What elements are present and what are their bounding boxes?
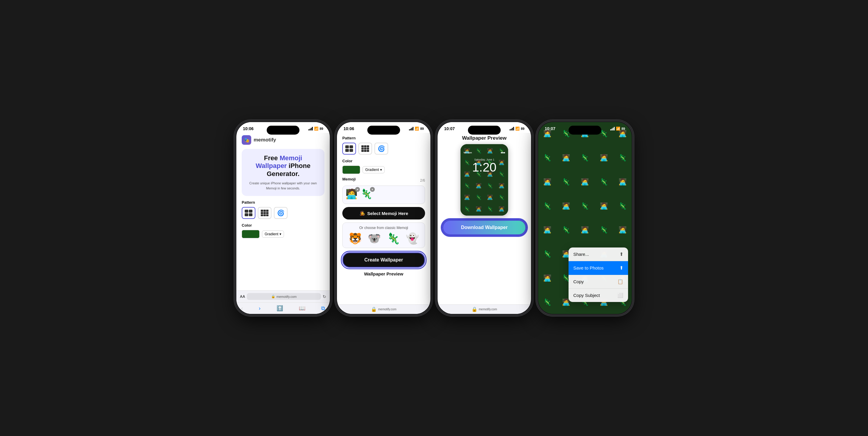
- phone3-content: Wallpaper Preview 🧑‍💻 🦎 🧑‍💻 🦎 🦎 🧑‍💻 🦎 🧑‍…: [438, 133, 531, 304]
- classic-emoji-tiger[interactable]: 🐯: [348, 232, 362, 245]
- copy-subject-icon: ⬜: [617, 292, 623, 298]
- color-label-2: Color: [342, 159, 425, 163]
- memoji-chip-2: 🦎 ×: [361, 188, 374, 201]
- wifi-icon-1: 📶: [314, 126, 318, 131]
- gradient-select-1[interactable]: Gradient ▾: [262, 231, 284, 238]
- status-time-2: 10:06: [343, 126, 354, 131]
- battery-icon-2: 89: [420, 127, 424, 130]
- status-time-4: 10:07: [545, 126, 555, 131]
- refresh-icon-1[interactable]: ↻: [323, 294, 326, 299]
- copy-label: Copy: [573, 279, 584, 284]
- dynamic-island-2: [367, 126, 400, 135]
- logo-text: memotify: [254, 137, 276, 143]
- pattern-options-1: 🌀: [242, 207, 324, 219]
- color-row-2: Gradient ▾: [342, 166, 425, 174]
- pattern-spiral-btn-2[interactable]: 🌀: [374, 143, 388, 154]
- color-swatch-2[interactable]: [342, 166, 360, 174]
- memotify-logo: 🎭 memotify: [242, 135, 324, 145]
- select-memoji-icon: 🧑‍🎤: [359, 210, 365, 216]
- hero-subtitle: Create unique iPhone wallpaper with your…: [246, 181, 320, 191]
- grid-2x2-icon-2: [345, 145, 353, 152]
- download-wallpaper-btn[interactable]: Download Wallpaper: [442, 220, 526, 235]
- phone-3: 10:07 📶 89 Wallpaper Preview: [437, 121, 532, 315]
- wifi-icon-2: 📶: [415, 126, 419, 131]
- classic-label: Or choose from classic Memoji: [346, 226, 422, 230]
- grid-3x3-icon-2: [361, 145, 369, 152]
- pattern-label-2: Pattern: [342, 136, 425, 140]
- context-menu: Share... ⬆ Save to Photos ⬆ Copy 📋 Copy …: [568, 248, 628, 302]
- signal-icon-4: [610, 127, 615, 130]
- chevron-down-icon-2: ▾: [380, 168, 382, 172]
- forward-btn-1[interactable]: ›: [259, 305, 260, 312]
- dynamic-island-3: [468, 126, 501, 135]
- lock-icon-1: 🔒: [271, 294, 275, 298]
- phones-container: 10:06 📶 89 🎭 memotify: [236, 121, 632, 315]
- phone-2: 10:06 📶 89 Pattern: [336, 121, 431, 315]
- select-memoji-btn[interactable]: 🧑‍🎤 Select Memoji Here: [342, 207, 425, 220]
- signal-icon-1: [308, 127, 313, 130]
- browser-bar-2: 🔒 memotify.com: [337, 304, 430, 314]
- spiral-icon-2: 🌀: [378, 145, 385, 152]
- pattern-spiral-btn-1[interactable]: 🌀: [274, 207, 287, 219]
- status-icons-1: 📶 89: [308, 126, 323, 131]
- context-menu-copy[interactable]: Copy 📋: [568, 275, 628, 289]
- preview-time: 1:20: [472, 161, 497, 174]
- memoji-counter-2: 2/6: [420, 178, 425, 182]
- remove-memoji-2-btn[interactable]: ×: [370, 187, 375, 192]
- create-wallpaper-btn[interactable]: Create Wallpaper: [342, 252, 425, 268]
- battery-icon-3: 89: [521, 127, 525, 130]
- hero-title: Free Memoji Wallpaper iPhone Generator.: [246, 154, 320, 178]
- browser-url-1[interactable]: 🔒 memotify.com: [247, 293, 321, 300]
- classic-section: Or choose from classic Memoji 🐯 🐨 🦎 👻: [342, 223, 425, 248]
- browser-url-3: memotify.com: [479, 308, 497, 311]
- browser-aa-1[interactable]: AA: [240, 294, 245, 299]
- preview-battery-status: ■■■: [501, 151, 505, 154]
- grid-3x3-icon-1: [261, 210, 269, 216]
- classic-emoji-ghost[interactable]: 👻: [406, 232, 419, 245]
- hero-memoji: Memoji: [280, 154, 302, 162]
- back-btn-1[interactable]: ‹: [241, 305, 243, 312]
- preview-lock-overlay: Verizon ■■■ Saturday, June 1 1:20: [461, 144, 508, 215]
- color-label-1: Color: [242, 223, 324, 228]
- copy-subject-label: Copy Subject: [573, 293, 600, 298]
- status-icons-3: 📶 89: [509, 126, 525, 131]
- context-menu-share[interactable]: Share... ⬆: [568, 248, 628, 261]
- wallpaper-preview-label-2: Wallpaper Preview: [342, 271, 425, 277]
- memoji-selected-row: 🧑‍💻 × 🦎 ×: [342, 185, 425, 204]
- status-bar-4: 10:07 📶 89: [538, 126, 632, 131]
- preview-carrier: Verizon: [463, 151, 472, 154]
- share-btn-1[interactable]: ⬆️: [277, 305, 283, 312]
- dynamic-island-1: [267, 126, 300, 135]
- remove-memoji-1-btn[interactable]: ×: [355, 187, 360, 192]
- pattern-grid-3x3-btn-1[interactable]: [258, 207, 272, 219]
- wallpaper-preview-title: Wallpaper Preview: [462, 135, 507, 141]
- color-swatch-1[interactable]: [242, 230, 259, 238]
- lock-icon-2: 🔒: [371, 307, 377, 312]
- memoji-chip-1: 🧑‍💻 ×: [346, 188, 359, 201]
- gradient-select-2[interactable]: Gradient ▾: [363, 166, 384, 173]
- pattern-options-2: 🌀: [342, 143, 425, 154]
- pattern-grid-2x2-btn-1[interactable]: [242, 207, 255, 219]
- classic-emoji-koala[interactable]: 🐨: [368, 232, 381, 245]
- classic-emoji-lizard[interactable]: 🦎: [387, 232, 400, 245]
- phone-4: 🧑‍💻 🦎 🧑‍💻 🦎 🧑‍💻 🦎 🧑‍💻 🦎 🧑‍💻 🦎 🧑‍💻 🦎 🧑‍💻 …: [537, 121, 632, 315]
- status-icons-4: 📶 89: [610, 126, 625, 131]
- hero-wallpaper: Wallpaper: [256, 162, 287, 170]
- context-menu-save-photos[interactable]: Save to Photos ⬆: [568, 261, 628, 275]
- phone2-content: Pattern: [337, 133, 430, 304]
- memoji-label-2: Memoji: [342, 177, 356, 181]
- signal-icon-2: [409, 127, 413, 130]
- copy-icon: 📋: [617, 279, 623, 284]
- tabs-btn-1[interactable]: ⧉: [321, 305, 325, 312]
- classic-emojis: 🐯 🐨 🦎 👻: [346, 232, 422, 245]
- share-label: Share...: [573, 252, 589, 257]
- pattern-grid-3x3-btn-2[interactable]: [359, 143, 372, 154]
- pattern-grid-2x2-btn-2[interactable]: [342, 143, 356, 154]
- save-photos-icon: ⬆: [619, 265, 623, 271]
- phone-1: 10:06 📶 89 🎭 memotify: [236, 121, 331, 315]
- context-menu-copy-subject[interactable]: Copy Subject ⬜: [568, 289, 628, 302]
- hero-free: Free: [264, 154, 280, 162]
- spiral-icon-1: 🌀: [277, 209, 285, 216]
- bookmarks-btn-1[interactable]: 📖: [299, 305, 305, 312]
- signal-icon-3: [509, 127, 514, 130]
